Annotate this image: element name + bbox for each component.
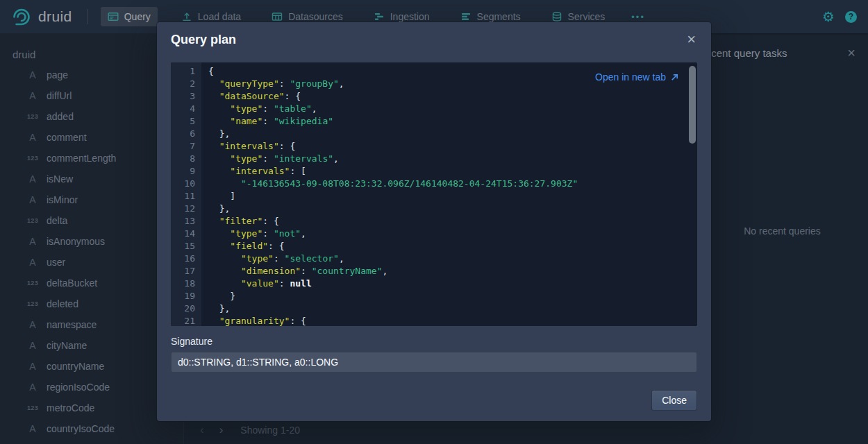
line-number: 3 bbox=[171, 90, 195, 103]
line-number: 6 bbox=[171, 128, 195, 140]
code-line: "type": "selector", bbox=[208, 253, 578, 265]
close-button[interactable]: Close bbox=[651, 390, 697, 411]
line-number: 18 bbox=[171, 278, 195, 290]
line-number: 14 bbox=[171, 228, 195, 240]
dialog-title: Query plan bbox=[171, 33, 236, 47]
code-line: "type": "table", bbox=[208, 103, 578, 115]
code-lines: { "queryType": "groupBy", "dataSource": … bbox=[201, 62, 578, 326]
code-line: }, bbox=[208, 203, 578, 215]
line-number: 7 bbox=[171, 140, 195, 153]
code-line: "granularity": { bbox=[208, 315, 578, 326]
code-line: ] bbox=[208, 190, 578, 203]
code-line: } bbox=[208, 290, 578, 302]
code-line: "type": "intervals", bbox=[208, 153, 578, 165]
line-number: 5 bbox=[171, 115, 195, 128]
scrollbar-thumb[interactable] bbox=[689, 66, 696, 144]
line-number: 19 bbox=[171, 290, 195, 302]
line-number: 15 bbox=[171, 240, 195, 253]
code-line: "value": null bbox=[208, 278, 578, 290]
code-line: "-146136543-09-08T08:23:32.096Z/14614048… bbox=[208, 178, 578, 190]
line-number: 1 bbox=[171, 65, 195, 78]
line-number: 13 bbox=[171, 215, 195, 228]
line-number: 20 bbox=[171, 302, 195, 315]
code-line: }, bbox=[208, 302, 578, 315]
dialog-close-icon[interactable]: × bbox=[683, 31, 700, 49]
code-line: "type": "not", bbox=[208, 228, 578, 240]
open-in-new-tab-link[interactable]: Open in new tab bbox=[595, 71, 679, 83]
code-line: "dataSource": { bbox=[208, 90, 578, 103]
dialog-footer: Close bbox=[651, 390, 697, 411]
line-number: 4 bbox=[171, 103, 195, 115]
code-line: "intervals": { bbox=[208, 140, 578, 153]
code-gutter: 123456789101112131415161718192021 bbox=[171, 62, 201, 326]
code-line: { bbox=[208, 65, 578, 78]
line-number: 2 bbox=[171, 78, 195, 90]
code-line: "dimension": "countryName", bbox=[208, 265, 578, 278]
signature-label: Signature bbox=[171, 336, 697, 347]
open-in-new-tab-label: Open in new tab bbox=[595, 71, 666, 83]
line-number: 10 bbox=[171, 178, 195, 190]
code-line: "field": { bbox=[208, 240, 578, 253]
signature-input[interactable] bbox=[171, 352, 697, 373]
line-number: 16 bbox=[171, 253, 195, 265]
line-number: 9 bbox=[171, 165, 195, 178]
code-editor: 123456789101112131415161718192021 { "que… bbox=[171, 62, 697, 326]
line-number: 21 bbox=[171, 315, 195, 326]
code-line: "name": "wikipedia" bbox=[208, 115, 578, 128]
code-line: "queryType": "groupBy", bbox=[208, 78, 578, 90]
line-number: 17 bbox=[171, 265, 195, 278]
line-number: 11 bbox=[171, 190, 195, 203]
line-number: 12 bbox=[171, 203, 195, 215]
arrow-top-right-icon bbox=[670, 73, 679, 82]
dialog-header: Query plan × bbox=[157, 22, 711, 57]
query-plan-dialog: Query plan × 123456789101112131415161718… bbox=[157, 22, 711, 421]
code-line: }, bbox=[208, 128, 578, 140]
code-line: "filter": { bbox=[208, 215, 578, 228]
line-number: 8 bbox=[171, 153, 195, 165]
code-line: "intervals": [ bbox=[208, 165, 578, 178]
